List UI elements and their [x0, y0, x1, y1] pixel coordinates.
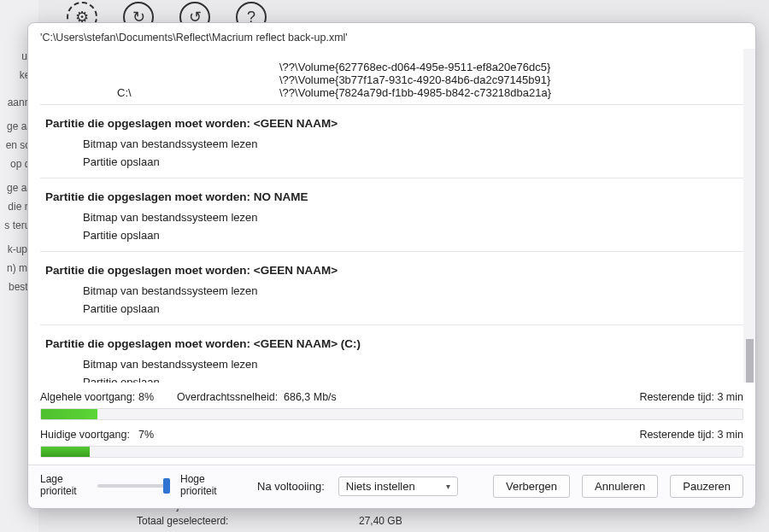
volume-drive: C:\ [83, 86, 279, 99]
volume-path: \??\Volume{7824a79d-f1bb-4985-b842-c7321… [279, 86, 743, 99]
heading-prefix: Partitie die opgeslagen moet worden: [45, 190, 250, 203]
partition-section: Partitie die opgeslagen moet worden: <GE… [40, 104, 743, 178]
remain-label: Resterende tijd: [639, 391, 714, 403]
heading-prefix: Partitie die opgeslagen moet worden: [45, 117, 250, 130]
log-content: \??\Volume{627768ec-d064-495e-9511-ef8a2… [28, 49, 755, 383]
heading-name: <GEEN NAAM> [254, 264, 338, 277]
high-priority-label: Hoge prioriteit [180, 474, 232, 498]
heading-name: <GEEN NAAM> [254, 117, 338, 130]
remain-value: 3 min [717, 429, 743, 441]
chevron-down-icon: ▾ [446, 482, 450, 491]
step-bitmap: Bitmap van bestandssysteem lezen [40, 208, 743, 226]
volume-drive [83, 61, 279, 73]
slider-thumb[interactable] [163, 478, 170, 494]
priority-slider[interactable] [97, 484, 170, 488]
backup-progress-dialog: 'C:\Users\stefan\Documents\Reflect\Macri… [27, 22, 756, 509]
bg-footer-label: Totaal geselecteerd: [137, 515, 359, 527]
volume-path: \??\Volume{627768ec-d064-495e-9511-ef8a2… [279, 61, 743, 73]
onfinish-dropdown[interactable]: Niets instellen ▾ [338, 476, 458, 496]
heading-prefix: Partitie die opgeslagen moet worden: [45, 337, 250, 350]
scrollbar-track[interactable] [743, 49, 755, 383]
volume-drive [83, 73, 279, 86]
cancel-button[interactable]: Annuleren [582, 475, 658, 498]
step-bitmap: Bitmap van bestandssysteem lezen [40, 135, 743, 153]
remaining-overall: Resterende tijd: 3 min [639, 391, 743, 403]
overall-progress-label: Algehele voortgang: [40, 391, 138, 403]
current-progress-bar [40, 446, 743, 458]
remain-value: 3 min [717, 391, 743, 403]
step-bitmap: Bitmap van bestandssysteem lezen [40, 355, 743, 373]
onfinish-label: Na voltooiing: [257, 480, 325, 493]
step-bitmap: Bitmap van bestandssysteem lezen [40, 282, 743, 300]
heading-name: <GEEN NAAM> (C:) [254, 337, 361, 350]
partition-section: Partitie die opgeslagen moet worden: <GE… [40, 324, 743, 383]
step-save: Partitie opslaan [40, 300, 743, 318]
remain-label: Resterende tijd: [639, 429, 714, 441]
content-area: \??\Volume{627768ec-d064-495e-9511-ef8a2… [28, 49, 755, 383]
dialog-title-path: 'C:\Users\stefan\Documents\Reflect\Macri… [28, 23, 755, 49]
bottom-panel: Lage prioriteit Hoge prioriteit Na volto… [28, 465, 755, 508]
partition-section: Partitie die opgeslagen moet worden: <GE… [40, 251, 743, 324]
overall-progress-pct: 8% [138, 391, 177, 403]
current-progress-pct: 7% [138, 429, 177, 441]
overall-progress-fill [41, 409, 97, 419]
overall-progress-bar [40, 408, 743, 420]
step-save: Partitie opslaan [40, 153, 743, 171]
pause-button[interactable]: Pauzeren [670, 475, 743, 498]
partition-heading: Partitie die opgeslagen moet worden: <GE… [40, 262, 743, 282]
heading-prefix: Partitie die opgeslagen moet worden: [45, 264, 250, 277]
partition-heading: Partitie die opgeslagen moet worden: <GE… [40, 115, 743, 135]
bg-footer-value: 27,40 GB [359, 515, 402, 527]
partition-heading: Partitie die opgeslagen moet worden: NO … [40, 189, 743, 208]
current-progress-fill [41, 447, 90, 457]
heading-name: NO NAME [254, 190, 308, 203]
current-progress-label: Huidige voortgang: [40, 429, 138, 441]
onfinish-value: Niets instellen [346, 480, 415, 493]
progress-block: Algehele voortgang: 8% Overdrachtssnelhe… [28, 383, 755, 465]
volume-list: \??\Volume{627768ec-d064-495e-9511-ef8a2… [40, 52, 743, 104]
step-save: Partitie opslaan [40, 373, 743, 383]
volume-path: \??\Volume{3b77f1a7-931c-4920-84b6-da2c9… [279, 73, 743, 86]
partition-section: Partitie die opgeslagen moet worden: NO … [40, 178, 743, 251]
scrollbar-thumb[interactable] [746, 339, 754, 383]
hide-button[interactable]: Verbergen [493, 475, 570, 498]
remaining-current: Resterende tijd: 3 min [639, 429, 743, 441]
step-save: Partitie opslaan [40, 226, 743, 244]
transfer-value: 686,3 Mb/s [284, 391, 639, 403]
transfer-label: Overdrachtssnelheid: [177, 391, 284, 403]
low-priority-label: Lage prioriteit [40, 474, 87, 498]
partition-heading: Partitie die opgeslagen moet worden: <GE… [40, 336, 743, 355]
